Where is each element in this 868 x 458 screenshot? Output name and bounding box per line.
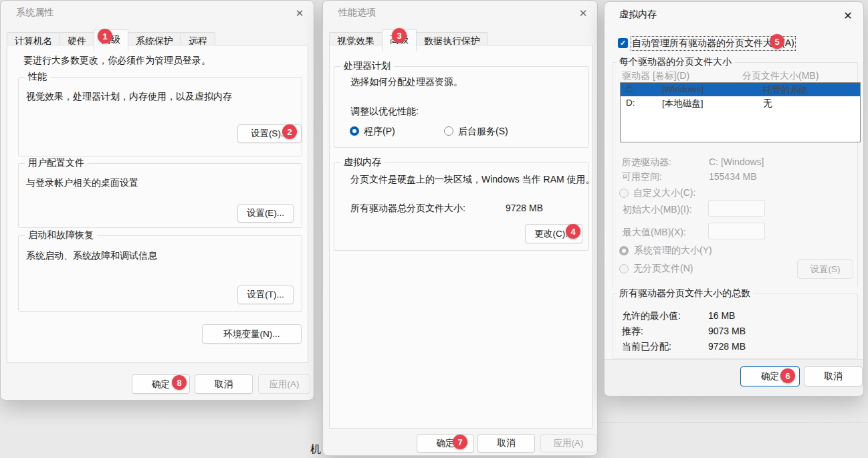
background-text-fragment: 机 xyxy=(310,443,321,457)
volume-label: [Windows] xyxy=(662,84,703,94)
radio-custom-size-label[interactable]: 自定义大小(C): xyxy=(633,187,695,199)
dialog-title: 性能选项 xyxy=(338,7,376,19)
user-profiles-desc: 与登录帐户相关的桌面设置 xyxy=(26,177,138,189)
radio-background-services[interactable] xyxy=(444,126,453,136)
vm-group-title: 虚拟内存 xyxy=(340,156,385,168)
system-properties-dialog: 系统属性 ✕ 计算机名 硬件 高级 系统保护 远程 要进行大多数更改，你必须作为… xyxy=(0,0,314,400)
startup-recovery-desc: 系统启动、系统故障和调试信息 xyxy=(26,250,157,262)
step-badge-7: 7 xyxy=(453,435,467,449)
pagefile-size: 无 xyxy=(763,98,772,110)
radio-background-services-label[interactable]: 后台服务(S) xyxy=(458,126,508,138)
totals-group: 所有驱动器分页文件大小的总数 允许的最小值: 16 MB 推荐: 9073 MB… xyxy=(613,294,858,359)
dialog-title: 虚拟内存 xyxy=(619,9,657,21)
dialog-title: 系统属性 xyxy=(16,7,53,19)
performance-options-dialog: 性能选项 ✕ 视觉效果 高级 数据执行保护 处理器计划 选择如何分配处理器资源。… xyxy=(322,0,598,456)
advanced-tab-page: 处理器计划 选择如何分配处理器资源。 调整以优化性能: 程序(P) 后台服务(S… xyxy=(329,45,592,429)
auto-manage-checkbox[interactable]: ✓ xyxy=(618,38,628,48)
step-badge-3: 3 xyxy=(392,28,407,43)
virtual-memory-dialog: 虚拟内存 ✕ ✓ 自动管理所有驱动器的分页文件大小(A) 每个驱动器的分页文件大… xyxy=(604,1,864,396)
column-header-drive: 驱动器 [卷标](D) xyxy=(622,70,689,82)
drive-row-d[interactable]: D: [本地磁盘] 无 xyxy=(621,96,860,110)
cancel-button[interactable]: 取消 xyxy=(195,374,253,394)
available-space-label: 可用空间: xyxy=(622,171,662,183)
cancel-button[interactable]: 取消 xyxy=(477,434,535,453)
radio-custom-size[interactable] xyxy=(619,189,629,198)
allocated-value: 9728 MB xyxy=(708,341,746,352)
recommended-label: 推荐: xyxy=(622,326,643,338)
close-icon[interactable]: ✕ xyxy=(839,7,857,24)
drive-list: C: [Windows] 托管的系统 D: [本地磁盘] 无 xyxy=(620,82,861,142)
recommended-value: 9073 MB xyxy=(708,326,746,336)
apply-button[interactable]: 应用(A) xyxy=(540,434,596,453)
totals-group-title: 所有驱动器分页文件大小的总数 xyxy=(616,288,754,300)
performance-desc: 视觉效果，处理器计划，内存使用，以及虚拟内存 xyxy=(26,91,232,103)
processor-scheduling-group: 处理器计划 选择如何分配处理器资源。 调整以优化性能: 程序(P) 后台服务(S… xyxy=(334,66,589,148)
step-badge-1: 1 xyxy=(98,29,112,43)
step-badge-8: 8 xyxy=(172,375,187,390)
pagefile-size: 托管的系统 xyxy=(763,84,808,96)
checkmark-icon: ✓ xyxy=(620,39,626,47)
selected-drive-label: 所选驱动器: xyxy=(622,156,671,168)
radio-no-paging[interactable] xyxy=(619,264,629,273)
processor-group-title: 处理器计划 xyxy=(340,60,394,72)
desktop: 机 系统属性 ✕ 计算机名 硬件 高级 系统保护 远程 要进行大多数更改，你必须… xyxy=(0,0,868,458)
startup-recovery-group: 启动和故障恢复 系统启动、系统故障和调试信息 设置(T)... xyxy=(18,235,302,312)
user-profiles-group: 用户配置文件 与登录帐户相关的桌面设置 设置(E)... xyxy=(18,163,302,228)
adjust-label: 调整以优化性能: xyxy=(350,106,419,118)
radio-programs[interactable] xyxy=(350,126,359,136)
close-icon[interactable]: ✕ xyxy=(291,5,308,22)
drive-row-c[interactable]: C: [Windows] 托管的系统 xyxy=(621,83,860,96)
startup-recovery-group-title: 启动和故障恢复 xyxy=(25,229,97,241)
drive-letter: C: xyxy=(626,84,635,94)
initial-size-input[interactable] xyxy=(708,200,765,217)
radio-system-managed-label[interactable]: 系统管理的大小(Y) xyxy=(634,245,712,257)
virtual-memory-group: 虚拟内存 分页文件是硬盘上的一块区域，Windows 当作 RAM 使用。 所有… xyxy=(334,162,589,251)
vm-desc: 分页文件是硬盘上的一块区域，Windows 当作 RAM 使用。 xyxy=(350,174,595,186)
selected-drive-value: C: [Windows] xyxy=(709,156,764,167)
radio-no-paging-label[interactable]: 无分页文件(N) xyxy=(633,263,693,275)
step-badge-5: 5 xyxy=(770,34,784,49)
max-size-label: 最大值(MB)(X): xyxy=(623,227,686,239)
volume-label: [本地磁盘] xyxy=(662,98,703,110)
set-button[interactable]: 设置(S) xyxy=(797,259,853,279)
processor-desc: 选择如何分配处理器资源。 xyxy=(350,76,463,88)
user-profiles-group-title: 用户配置文件 xyxy=(25,157,88,169)
drive-letter: D: xyxy=(626,98,635,108)
step-badge-4: 4 xyxy=(566,224,580,239)
max-size-input[interactable] xyxy=(708,223,765,239)
performance-group-title: 性能 xyxy=(25,71,50,83)
startup-settings-button[interactable]: 设置(T)... xyxy=(237,285,294,304)
admin-note: 要进行大多数更改，你必须作为管理员登录。 xyxy=(23,55,211,67)
environment-variables-button[interactable]: 环境变量(N)... xyxy=(202,324,302,344)
advanced-tab-page: 要进行大多数更改，你必须作为管理员登录。 性能 视觉效果，处理器计划，内存使用，… xyxy=(7,45,308,363)
apply-button[interactable]: 应用(A) xyxy=(258,374,310,394)
column-header-size: 分页文件大小(MB) xyxy=(742,70,819,82)
background-window-edge xyxy=(597,422,868,423)
step-badge-2: 2 xyxy=(282,124,297,139)
per-drive-group-title: 每个驱动器的分页文件大小 xyxy=(616,56,735,68)
performance-group: 性能 视觉效果，处理器计划，内存使用，以及虚拟内存 设置(S)... xyxy=(18,77,302,156)
min-allowed-value: 16 MB xyxy=(708,310,735,321)
total-pagefile-label: 所有驱动器总分页文件大小: xyxy=(350,203,465,215)
radio-system-managed[interactable] xyxy=(619,246,629,255)
close-icon[interactable]: ✕ xyxy=(574,5,592,22)
radio-programs-label[interactable]: 程序(P) xyxy=(364,126,395,138)
total-pagefile-value: 9728 MB xyxy=(506,203,543,213)
available-space-value: 155434 MB xyxy=(709,171,757,182)
cancel-button[interactable]: 取消 xyxy=(804,366,863,386)
min-allowed-label: 允许的最小值: xyxy=(622,310,681,322)
per-drive-group: 每个驱动器的分页文件大小 驱动器 [卷标](D) 分页文件大小(MB) C: [… xyxy=(613,62,858,287)
user-profiles-settings-button[interactable]: 设置(E)... xyxy=(237,204,294,223)
allocated-label: 当前已分配: xyxy=(622,341,671,353)
step-badge-6: 6 xyxy=(780,368,795,383)
initial-size-label: 初始大小(MB)(I): xyxy=(623,204,691,216)
